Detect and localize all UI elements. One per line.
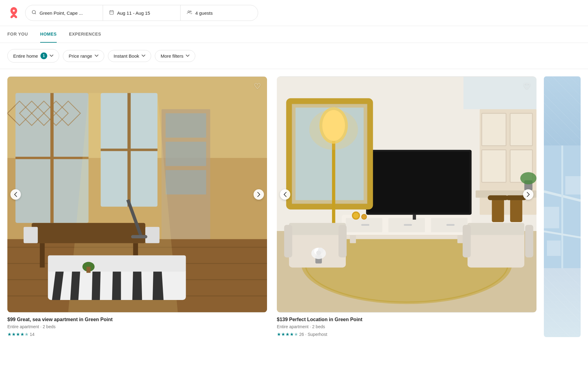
svg-rect-26: [24, 227, 38, 243]
svg-rect-70: [284, 225, 292, 257]
svg-rect-20: [166, 142, 206, 166]
dates-value: Aug 11 - Aug 15: [117, 10, 150, 16]
location-value: Green Point, Cape ...: [40, 10, 83, 16]
listing-image-wrap-1: ♡: [7, 76, 267, 313]
next-btn-2[interactable]: [523, 189, 533, 200]
svg-rect-1: [110, 11, 113, 14]
star-2-4: ★: [290, 332, 294, 337]
wishlist-btn-1[interactable]: ♡: [252, 81, 263, 92]
svg-point-92: [316, 251, 321, 256]
price-range-chevron-icon: [95, 54, 98, 58]
guests-icon: [187, 10, 192, 16]
instant-book-filter[interactable]: Instant Book: [108, 50, 151, 62]
map-background: [544, 76, 581, 337]
svg-rect-42: [342, 235, 472, 239]
price-range-label: Price range: [69, 53, 92, 59]
star-2-2: ★: [281, 332, 285, 337]
svg-point-67: [362, 215, 366, 219]
tab-experiences[interactable]: EXPERIENCES: [69, 26, 101, 43]
listing-info-2: $139 Perfect Location in Green Point Ent…: [277, 313, 536, 337]
instant-book-label: Instant Book: [114, 53, 139, 59]
star-2-3: ★: [285, 332, 289, 337]
star-1-4: ★: [20, 332, 24, 337]
logo[interactable]: [7, 6, 20, 20]
more-filters-label: More filters: [161, 53, 183, 59]
listing-subtitle-1: Entire apartment · 2 beds: [7, 324, 267, 329]
svg-point-87: [520, 172, 536, 184]
stars-2: ★ ★ ★ ★ ★: [277, 332, 298, 337]
svg-rect-69: [289, 223, 346, 235]
listing-card-2[interactable]: ♡ $139 Perfect Location in Green Point E…: [277, 76, 536, 337]
listing-image-2: [277, 76, 536, 313]
entire-home-badge: 1: [40, 52, 47, 59]
svg-rect-24: [40, 243, 45, 267]
separator-2: ·: [305, 332, 307, 337]
header: Green Point, Cape ... Aug 11 - Aug 15 4 …: [0, 0, 588, 26]
svg-rect-98: [544, 207, 559, 228]
svg-rect-100: [547, 240, 561, 256]
filters-bar: Entire home 1 Price range Instant Book M…: [0, 43, 588, 69]
nav-tabs: FOR YOU HOMES EXPERIENCES: [0, 26, 588, 43]
star-1-3: ★: [16, 332, 20, 337]
svg-rect-78: [510, 113, 533, 146]
svg-rect-74: [463, 225, 471, 257]
stars-1: ★ ★ ★ ★ ★: [7, 332, 29, 337]
listing-title-2: $139 Perfect Location in Green Point: [277, 316, 536, 323]
more-filters-chevron-icon: [186, 54, 189, 58]
svg-rect-34: [15, 93, 88, 223]
svg-rect-19: [166, 113, 206, 137]
wishlist-btn-2[interactable]: ♡: [521, 81, 532, 92]
tab-homes[interactable]: HOMES: [40, 26, 57, 43]
svg-rect-72: [468, 231, 524, 267]
star-1-1: ★: [7, 332, 11, 337]
svg-rect-99: [565, 176, 581, 194]
svg-point-65: [353, 213, 359, 219]
svg-point-2: [188, 11, 189, 12]
superhost-badge-2: Superhost: [307, 332, 327, 337]
listing-card-1[interactable]: ♡ $99 Great, sea view apartment in Green…: [7, 76, 267, 337]
guests-value: 4 guests: [195, 10, 213, 16]
listing-rating-2: ★ ★ ★ ★ ★ 26 · Superhost: [277, 332, 536, 337]
main-content: ♡ $99 Great, sea view apartment in Green…: [0, 69, 588, 344]
listing-image-wrap-2: ♡: [277, 76, 536, 313]
svg-rect-73: [468, 223, 524, 235]
guests-section[interactable]: 4 guests: [181, 5, 258, 21]
listing-rating-1: ★ ★ ★ ★ ★ 14: [7, 332, 267, 337]
svg-rect-43: [350, 235, 356, 243]
star-1-5: ★: [25, 332, 29, 337]
review-count-2: 26: [299, 332, 304, 337]
svg-rect-75: [525, 225, 533, 257]
review-count-1: 14: [30, 332, 35, 337]
location-section[interactable]: Green Point, Cape ...: [25, 5, 103, 21]
svg-rect-83: [488, 195, 508, 200]
svg-point-0: [32, 10, 36, 14]
search-bar[interactable]: Green Point, Cape ... Aug 11 - Aug 15 4 …: [25, 5, 258, 21]
svg-rect-23: [32, 223, 145, 243]
svg-rect-33: [86, 267, 90, 273]
entire-home-filter[interactable]: Entire home 1: [7, 49, 59, 63]
entire-home-chevron-icon: [50, 54, 53, 58]
instant-book-chevron-icon: [142, 54, 145, 58]
svg-rect-29: [48, 256, 186, 272]
listing-title-1: $99 Great, sea view apartment in Green P…: [7, 316, 267, 323]
airbnb-logo-icon: [7, 6, 20, 19]
heart-icon-2: ♡: [523, 82, 530, 90]
map-panel[interactable]: [544, 76, 581, 337]
dates-section[interactable]: Aug 11 - Aug 15: [103, 5, 181, 21]
search-icon: [32, 10, 36, 16]
svg-point-61: [309, 109, 358, 150]
tab-for-you[interactable]: FOR YOU: [7, 26, 28, 43]
prev-btn-1[interactable]: [10, 189, 21, 200]
svg-rect-71: [338, 225, 346, 257]
next-btn-1[interactable]: [254, 189, 264, 200]
calendar-icon: [109, 10, 114, 16]
listing-image-1: [7, 76, 267, 313]
prev-btn-2[interactable]: [280, 189, 290, 200]
price-range-filter[interactable]: Price range: [63, 50, 104, 62]
listing-info-1: $99 Great, sea view apartment in Green P…: [7, 313, 267, 337]
listing-subtitle-2: Entire apartment · 2 beds: [277, 324, 536, 329]
star-2-5: ★: [294, 332, 298, 337]
svg-rect-27: [145, 227, 159, 243]
svg-rect-49: [404, 224, 412, 226]
more-filters-filter[interactable]: More filters: [155, 50, 195, 62]
